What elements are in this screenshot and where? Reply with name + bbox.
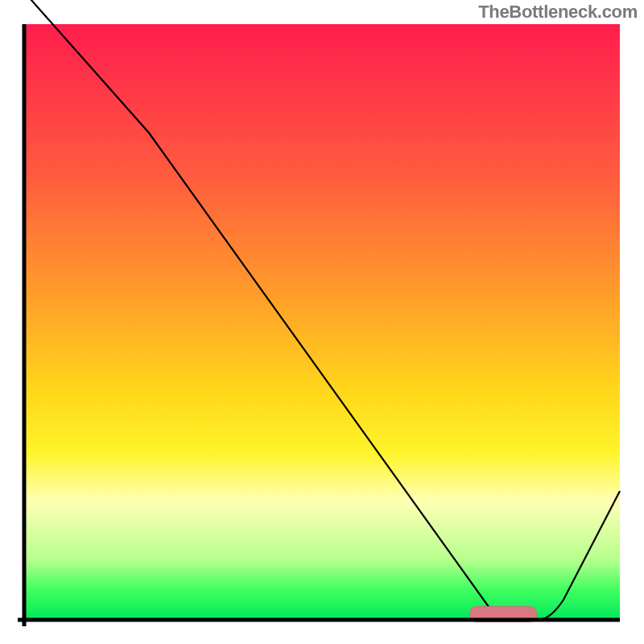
watermark-text: TheBottleneck.com — [478, 2, 638, 23]
bottleneck-curve — [24, 24, 620, 620]
optimal-range-marker — [469, 606, 537, 622]
curve-path — [24, 0, 620, 620]
chart-container: TheBottleneck.com — [0, 0, 644, 644]
